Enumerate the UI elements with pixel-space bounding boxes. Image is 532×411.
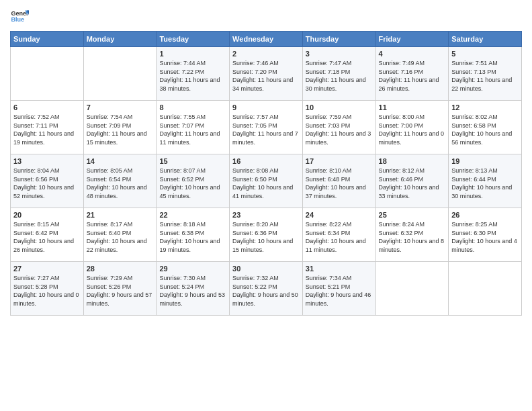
- day-info: Sunrise: 8:22 AMSunset: 6:34 PMDaylight:…: [306, 221, 366, 253]
- calendar-cell: [375, 262, 449, 316]
- day-info: Sunrise: 8:15 AMSunset: 6:42 PMDaylight:…: [13, 221, 74, 253]
- calendar-cell: 13Sunrise: 8:04 AMSunset: 6:56 PMDayligh…: [11, 154, 84, 208]
- calendar-cell: 2Sunrise: 7:46 AMSunset: 7:20 PMDaylight…: [230, 47, 303, 101]
- calendar-cell: 25Sunrise: 8:24 AMSunset: 6:32 PMDayligh…: [375, 208, 449, 262]
- calendar-cell: 27Sunrise: 7:27 AMSunset: 5:28 PMDayligh…: [11, 262, 84, 316]
- calendar-cell: 26Sunrise: 8:25 AMSunset: 6:30 PMDayligh…: [449, 208, 522, 262]
- calendar-cell: 7Sunrise: 7:54 AMSunset: 7:09 PMDaylight…: [83, 101, 157, 154]
- calendar-cell: 6Sunrise: 7:52 AMSunset: 7:11 PMDaylight…: [11, 101, 84, 154]
- day-number: 12: [451, 103, 519, 111]
- calendar-cell: 22Sunrise: 8:18 AMSunset: 6:38 PMDayligh…: [157, 208, 230, 262]
- day-number: 29: [159, 265, 226, 273]
- day-info: Sunrise: 8:02 AMSunset: 6:58 PMDaylight:…: [451, 113, 512, 146]
- day-number: 14: [87, 157, 154, 165]
- day-info: Sunrise: 8:12 AMSunset: 6:46 PMDaylight:…: [379, 167, 439, 199]
- day-info: Sunrise: 8:17 AMSunset: 6:40 PMDaylight:…: [87, 221, 147, 253]
- day-number: 23: [232, 211, 300, 219]
- svg-text:Blue: Blue: [11, 16, 24, 23]
- day-number: 22: [159, 211, 226, 219]
- calendar-cell: 3Sunrise: 7:47 AMSunset: 7:18 PMDaylight…: [302, 47, 375, 101]
- day-info: Sunrise: 7:29 AMSunset: 5:26 PMDaylight:…: [87, 275, 152, 307]
- calendar-cell: [11, 47, 84, 101]
- day-info: Sunrise: 7:51 AMSunset: 7:13 PMDaylight:…: [451, 60, 512, 92]
- day-number: 19: [451, 157, 519, 165]
- calendar-cell: 12Sunrise: 8:02 AMSunset: 6:58 PMDayligh…: [449, 101, 522, 154]
- day-number: 26: [451, 211, 519, 219]
- day-number: 27: [13, 265, 81, 273]
- day-number: 3: [306, 50, 373, 58]
- day-number: 5: [451, 50, 519, 58]
- day-info: Sunrise: 7:55 AMSunset: 7:07 PMDaylight:…: [159, 113, 220, 146]
- calendar-cell: 11Sunrise: 8:00 AMSunset: 7:00 PMDayligh…: [375, 101, 449, 154]
- calendar-cell: 14Sunrise: 8:05 AMSunset: 6:54 PMDayligh…: [83, 154, 157, 208]
- day-info: Sunrise: 7:52 AMSunset: 7:11 PMDaylight:…: [13, 113, 74, 146]
- calendar-cell: 23Sunrise: 8:20 AMSunset: 6:36 PMDayligh…: [230, 208, 303, 262]
- day-number: 20: [13, 211, 81, 219]
- calendar-cell: 31Sunrise: 7:34 AMSunset: 5:21 PMDayligh…: [302, 262, 375, 316]
- day-number: 13: [13, 157, 81, 165]
- day-info: Sunrise: 7:32 AMSunset: 5:22 PMDaylight:…: [232, 275, 298, 307]
- calendar-cell: 4Sunrise: 7:49 AMSunset: 7:16 PMDaylight…: [375, 47, 449, 101]
- day-number: 18: [379, 157, 446, 165]
- weekday-header: Sunday: [11, 32, 84, 47]
- calendar-cell: [449, 262, 522, 316]
- day-info: Sunrise: 8:18 AMSunset: 6:38 PMDaylight:…: [159, 221, 220, 253]
- day-info: Sunrise: 7:27 AMSunset: 5:28 PMDaylight:…: [13, 275, 79, 307]
- day-info: Sunrise: 8:10 AMSunset: 6:48 PMDaylight:…: [306, 167, 366, 199]
- weekday-header: Saturday: [449, 32, 522, 47]
- day-info: Sunrise: 7:44 AMSunset: 7:22 PMDaylight:…: [159, 60, 220, 92]
- logo-icon: General Blue: [10, 7, 29, 26]
- calendar-table: SundayMondayTuesdayWednesdayThursdayFrid…: [10, 31, 522, 316]
- day-number: 6: [13, 103, 81, 111]
- calendar-cell: 19Sunrise: 8:13 AMSunset: 6:44 PMDayligh…: [449, 154, 522, 208]
- calendar-cell: 5Sunrise: 7:51 AMSunset: 7:13 PMDaylight…: [449, 47, 522, 101]
- day-info: Sunrise: 7:57 AMSunset: 7:05 PMDaylight:…: [232, 113, 298, 146]
- day-number: 7: [87, 103, 154, 111]
- weekday-header: Monday: [83, 32, 157, 47]
- day-info: Sunrise: 8:07 AMSunset: 6:52 PMDaylight:…: [159, 167, 220, 199]
- calendar-cell: 17Sunrise: 8:10 AMSunset: 6:48 PMDayligh…: [302, 154, 375, 208]
- weekday-header: Thursday: [302, 32, 375, 47]
- day-number: 31: [306, 265, 373, 273]
- day-number: 8: [159, 103, 226, 111]
- day-number: 15: [159, 157, 226, 165]
- day-number: 2: [232, 50, 300, 58]
- calendar-cell: 16Sunrise: 8:08 AMSunset: 6:50 PMDayligh…: [230, 154, 303, 208]
- day-number: 4: [379, 50, 446, 58]
- day-number: 24: [306, 211, 373, 219]
- day-info: Sunrise: 7:59 AMSunset: 7:03 PMDaylight:…: [306, 113, 371, 146]
- calendar-cell: 30Sunrise: 7:32 AMSunset: 5:22 PMDayligh…: [230, 262, 303, 316]
- day-number: 11: [379, 103, 446, 111]
- calendar-cell: 28Sunrise: 7:29 AMSunset: 5:26 PMDayligh…: [83, 262, 157, 316]
- day-info: Sunrise: 8:05 AMSunset: 6:54 PMDaylight:…: [87, 167, 147, 199]
- day-info: Sunrise: 7:54 AMSunset: 7:09 PMDaylight:…: [87, 113, 147, 146]
- calendar-cell: 1Sunrise: 7:44 AMSunset: 7:22 PMDaylight…: [157, 47, 230, 101]
- weekday-header: Friday: [375, 32, 449, 47]
- calendar-cell: 9Sunrise: 7:57 AMSunset: 7:05 PMDaylight…: [230, 101, 303, 154]
- logo: General Blue: [10, 7, 29, 26]
- day-number: 25: [379, 211, 446, 219]
- calendar-cell: 10Sunrise: 7:59 AMSunset: 7:03 PMDayligh…: [302, 101, 375, 154]
- day-number: 16: [232, 157, 300, 165]
- day-info: Sunrise: 8:00 AMSunset: 7:00 PMDaylight:…: [379, 113, 445, 146]
- day-info: Sunrise: 7:46 AMSunset: 7:20 PMDaylight:…: [232, 60, 293, 92]
- weekday-header: Wednesday: [230, 32, 303, 47]
- day-number: 21: [87, 211, 154, 219]
- day-info: Sunrise: 7:30 AMSunset: 5:24 PMDaylight:…: [159, 275, 225, 307]
- day-number: 10: [306, 103, 373, 111]
- calendar-cell: [83, 47, 157, 101]
- day-info: Sunrise: 7:47 AMSunset: 7:18 PMDaylight:…: [306, 60, 366, 92]
- calendar-cell: 15Sunrise: 8:07 AMSunset: 6:52 PMDayligh…: [157, 154, 230, 208]
- calendar-cell: 8Sunrise: 7:55 AMSunset: 7:07 PMDaylight…: [157, 101, 230, 154]
- calendar-cell: 29Sunrise: 7:30 AMSunset: 5:24 PMDayligh…: [157, 262, 230, 316]
- day-info: Sunrise: 8:25 AMSunset: 6:30 PMDaylight:…: [451, 221, 517, 253]
- calendar-cell: 21Sunrise: 8:17 AMSunset: 6:40 PMDayligh…: [83, 208, 157, 262]
- day-info: Sunrise: 8:08 AMSunset: 6:50 PMDaylight:…: [232, 167, 293, 199]
- day-info: Sunrise: 7:49 AMSunset: 7:16 PMDaylight:…: [379, 60, 439, 92]
- calendar-cell: 20Sunrise: 8:15 AMSunset: 6:42 PMDayligh…: [11, 208, 84, 262]
- day-number: 30: [232, 265, 300, 273]
- day-info: Sunrise: 7:34 AMSunset: 5:21 PMDaylight:…: [306, 275, 371, 307]
- day-number: 1: [159, 50, 226, 58]
- calendar-cell: 24Sunrise: 8:22 AMSunset: 6:34 PMDayligh…: [302, 208, 375, 262]
- day-info: Sunrise: 8:20 AMSunset: 6:36 PMDaylight:…: [232, 221, 293, 253]
